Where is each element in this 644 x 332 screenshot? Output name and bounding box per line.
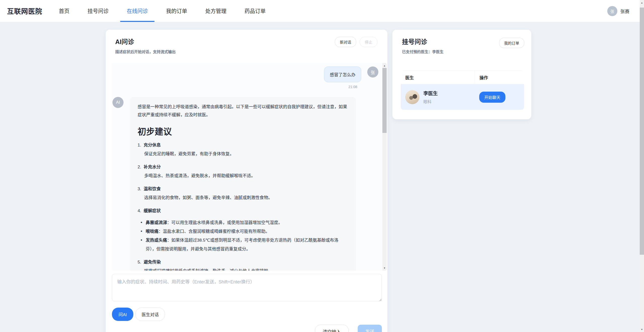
list-item: 1.充分休息 保证充足的睡眠，避免劳累，有助于身体恢复。 — [138, 141, 348, 158]
bullet-text: ：如果体温超过38.5℃或感到明显不适，可考虑使用非处方退热药（如对乙酰氨基酚或… — [146, 238, 338, 251]
scroll-up-icon[interactable]: ▲ — [640, 1, 644, 5]
nav-tab-my-orders[interactable]: 我的订单 — [159, 0, 194, 22]
nav-tab-online-consult[interactable]: 在线问诊 — [120, 0, 154, 22]
scroll-up-icon[interactable]: ▲ — [382, 63, 387, 68]
doctor-avatar-photo — [405, 90, 419, 104]
chat-scrollbar-thumb[interactable] — [382, 68, 387, 133]
nav-tab-home[interactable]: 首页 — [52, 0, 76, 22]
list-number: 5. — [138, 258, 144, 267]
list-title: 充分休息 — [144, 143, 161, 147]
bullet-term: 喉咙痛 — [146, 229, 158, 234]
booking-panel-subtitle: 已支付预约医生：李医生 — [402, 49, 444, 54]
chat-scrollbar[interactable]: ▲ ▼ — [382, 63, 387, 271]
ai-message-bubble: 感冒是一种常见的上呼吸道感染，通常由病毒引起。以下是一些可以缓解症状的自我护理建… — [130, 97, 356, 271]
list-number: 1. — [138, 141, 144, 150]
col-header-doctor: 医生 — [401, 71, 475, 84]
nav-tab-prescriptions[interactable]: 处方管理 — [199, 0, 233, 22]
bullet-term: 鼻塞或流涕 — [146, 220, 167, 225]
list-desc: 选择易消化的食物，如粥、面条等，避免辛辣、油腻或刺激性食物。 — [144, 193, 348, 202]
send-button[interactable]: 发送 — [358, 325, 382, 332]
message-timestamp: 21:08 — [112, 85, 357, 89]
scroll-down-icon[interactable]: ▼ — [640, 327, 644, 331]
ai-intro-paragraph: 感冒是一种常见的上呼吸道感染，通常由病毒引起。以下是一些可以缓解症状的自我护理建… — [138, 103, 348, 119]
ai-consult-panel: AI问诊 描述症状后开始对话，支持流式输出 新对话 停止 感冒了怎么办 张 21… — [106, 30, 387, 332]
mode-doctor-chat-button[interactable]: 医生对话 — [135, 308, 165, 321]
ai-message-row: AI 感冒是一种常见的上呼吸道感染，通常由病毒引起。以下是一些可以缓解症状的自我… — [112, 97, 378, 271]
user-message-bubble: 感冒了怎么办 — [324, 66, 361, 82]
doctor-table: 医生 操作 李医生 眼科 开始聊天 — [401, 70, 524, 110]
page-scrollbar[interactable]: ▲ ▼ — [640, 0, 644, 332]
list-number: 2. — [138, 163, 144, 171]
list-item: 2.补充水分 多喝温水、热茶或清汤，避免脱水，并帮助缓解喉咙不适。 — [138, 163, 348, 180]
user-avatar: 张 — [607, 6, 617, 16]
doctor-department: 眼科 — [423, 98, 438, 104]
my-orders-button[interactable]: 我的订单 — [499, 38, 524, 48]
stop-button[interactable]: 停止 — [360, 37, 377, 47]
top-navbar: 互联网医院 首页 挂号问诊 在线问诊 我的订单 处方管理 药品订单 张 张赛 — [0, 0, 644, 22]
nav-tab-registration[interactable]: 挂号问诊 — [81, 0, 115, 22]
start-chat-button[interactable]: 开始聊天 — [479, 92, 505, 103]
user-message-row: 感冒了怎么办 张 — [112, 66, 378, 82]
mode-ask-ai-button[interactable]: 问AI — [112, 308, 133, 321]
list-number: 3. — [138, 185, 144, 193]
bullet-text: ：温盐水漱口、含服润喉糖或喝蜂蜜柠檬水可能有所帮助。 — [158, 229, 270, 234]
user-name: 张赛 — [620, 8, 629, 14]
list-desc: 咳嗽或打喷嚏时用纸巾或手肘遮掩，勤洗手，减少与他人亲密接触。 — [144, 267, 348, 271]
main-nav-tabs: 首页 挂号问诊 在线问诊 我的订单 处方管理 药品订单 — [52, 0, 277, 22]
message-composer: 问AI 医生对话 清空输入 发送 — [112, 274, 382, 332]
list-title: 温和饮食 — [144, 187, 161, 191]
bullet-item: 喉咙痛：温盐水漱口、含服润喉糖或喝蜂蜜柠檬水可能有所帮助。 — [141, 227, 348, 236]
scroll-down-icon[interactable]: ▼ — [382, 266, 387, 270]
symptom-input[interactable] — [112, 274, 382, 301]
bullet-term: 发热或头痛 — [146, 238, 167, 243]
table-row: 李医生 眼科 开始聊天 — [401, 84, 524, 110]
user-message-avatar: 张 — [367, 66, 378, 78]
bullet-text: ：可以用生理盐水喷鼻或洗鼻，或使用加湿器增加空气湿度。 — [167, 220, 283, 225]
page-scrollbar-thumb[interactable] — [640, 8, 644, 255]
user-menu[interactable]: 张 张赛 — [607, 0, 629, 22]
doctor-table-header: 医生 操作 — [401, 70, 524, 84]
doctor-name: 李医生 — [423, 90, 438, 96]
booking-panel-title: 挂号问诊 — [402, 37, 444, 46]
ai-panel-title: AI问诊 — [115, 37, 176, 46]
booking-panel: 挂号问诊 已支付预约医生：李医生 我的订单 医生 操作 李医生 眼科 开始聊天 — [392, 30, 531, 119]
list-desc: 多喝温水、热茶或清汤，避免脱水，并帮助缓解喉咙不适。 — [144, 171, 348, 180]
ai-section-heading: 初步建议 — [138, 126, 348, 138]
ai-avatar: AI — [112, 97, 124, 108]
clear-input-button[interactable]: 清空输入 — [315, 325, 349, 332]
col-header-action: 操作 — [475, 71, 524, 84]
list-item: 3.温和饮食 选择易消化的食物，如粥、面条等，避免辛辣、油腻或刺激性食物。 — [138, 185, 348, 202]
list-title: 避免传染 — [144, 260, 161, 265]
list-title: 缓解症状 — [144, 208, 161, 213]
app-logo[interactable]: 互联网医院 — [0, 6, 52, 16]
nav-tab-drug-orders[interactable]: 药品订单 — [238, 0, 272, 22]
bullet-item: 鼻塞或流涕：可以用生理盐水喷鼻或洗鼻，或使用加湿器增加空气湿度。 — [141, 218, 348, 227]
bullet-item: 发热或头痛：如果体温超过38.5℃或感到明显不适，可考虑使用非处方退热药（如对乙… — [141, 236, 348, 253]
ai-panel-header: AI问诊 描述症状后开始对话，支持流式输出 新对话 停止 — [115, 37, 377, 54]
list-title: 补充水分 — [144, 165, 161, 169]
ai-panel-subtitle: 描述症状后开始对话，支持流式输出 — [115, 49, 176, 54]
new-chat-button[interactable]: 新对话 — [335, 37, 356, 47]
list-item: 5.避免传染 咳嗽或打喷嚏时用纸巾或手肘遮掩，勤洗手，减少与他人亲密接触。 — [138, 258, 348, 271]
chat-message-list[interactable]: 感冒了怎么办 张 21:08 AI 感冒是一种常见的上呼吸道感染，通常由病毒引起… — [112, 63, 387, 271]
list-desc: 保证充足的睡眠，避免劳累，有助于身体恢复。 — [144, 150, 348, 158]
list-item: 4.缓解症状 鼻塞或流涕：可以用生理盐水喷鼻或洗鼻，或使用加湿器增加空气湿度。 … — [138, 206, 348, 253]
list-number: 4. — [138, 206, 144, 215]
